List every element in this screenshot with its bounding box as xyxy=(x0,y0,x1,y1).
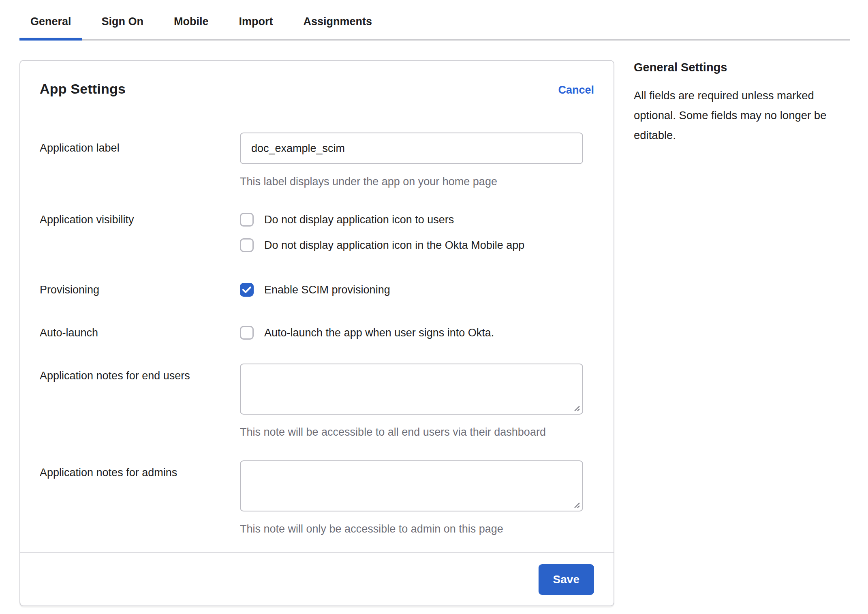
checkbox-hide-icon-users[interactable]: Do not display application icon to users xyxy=(240,212,583,227)
checkbox-label: Auto-launch the app when user signs into… xyxy=(264,325,494,340)
resize-handle-icon[interactable] xyxy=(573,501,580,509)
check-icon xyxy=(242,286,251,293)
general-settings-help-panel: General Settings All fields are required… xyxy=(634,60,850,145)
checkbox-unchecked-icon[interactable] xyxy=(240,238,254,252)
form-row-application-label: Application label This label displays un… xyxy=(40,133,594,188)
save-button[interactable]: Save xyxy=(539,564,594,595)
app-settings-card: App Settings Cancel Application label Th… xyxy=(19,60,614,606)
help-panel-description: All fields are required unless marked op… xyxy=(634,86,850,145)
tab-general[interactable]: General xyxy=(19,15,82,39)
form-row-application-visibility: Application visibility Do not display ap… xyxy=(40,212,594,252)
notes-end-users-textarea[interactable] xyxy=(240,364,583,415)
notes-admins-helper: This note will only be accessible to adm… xyxy=(240,522,583,535)
form-row-auto-launch: Auto-launch Auto-launch the app when use… xyxy=(40,325,594,340)
auto-launch-label: Auto-launch xyxy=(40,325,240,340)
card-header: App Settings Cancel xyxy=(20,61,614,97)
application-label-input[interactable] xyxy=(240,133,583,164)
help-panel-title: General Settings xyxy=(634,61,850,74)
checkbox-label: Do not display application icon to users xyxy=(264,212,454,227)
checkbox-unchecked-icon[interactable] xyxy=(240,326,254,340)
checkbox-auto-launch[interactable]: Auto-launch the app when user signs into… xyxy=(240,325,583,340)
checkbox-label: Enable SCIM provisioning xyxy=(264,282,390,297)
resize-handle-icon[interactable] xyxy=(573,404,580,412)
checkbox-label: Do not display application icon in the O… xyxy=(264,238,524,252)
checkbox-unchecked-icon[interactable] xyxy=(240,213,254,227)
tab-import[interactable]: Import xyxy=(228,15,284,39)
card-title: App Settings xyxy=(40,81,126,97)
notes-end-users-helper: This note will be accessible to all end … xyxy=(240,426,583,439)
checkbox-checked-icon[interactable] xyxy=(240,283,254,297)
card-footer: Save xyxy=(20,552,614,605)
tab-mobile[interactable]: Mobile xyxy=(163,15,220,39)
provisioning-label: Provisioning xyxy=(40,282,240,297)
checkbox-enable-scim[interactable]: Enable SCIM provisioning xyxy=(240,282,583,297)
application-label-label: Application label xyxy=(40,133,240,163)
application-label-helper: This label displays under the app on you… xyxy=(240,175,583,188)
notes-admins-textarea[interactable] xyxy=(240,460,583,511)
checkbox-hide-icon-mobile[interactable]: Do not display application icon in the O… xyxy=(240,238,583,252)
form-row-provisioning: Provisioning Enable SCIM provisioning xyxy=(40,282,594,297)
application-visibility-label: Application visibility xyxy=(40,212,240,227)
card-body: Application label This label displays un… xyxy=(20,133,614,535)
tab-bar: General Sign On Mobile Import Assignment… xyxy=(19,0,850,41)
tab-assignments[interactable]: Assignments xyxy=(293,15,383,39)
form-row-notes-end-users: Application notes for end users This not… xyxy=(40,364,594,439)
notes-admins-label: Application notes for admins xyxy=(40,460,240,481)
notes-end-users-label: Application notes for end users xyxy=(40,364,240,384)
form-row-notes-admins: Application notes for admins This note w… xyxy=(40,460,594,535)
cancel-link[interactable]: Cancel xyxy=(558,84,594,96)
tab-sign-on[interactable]: Sign On xyxy=(91,15,155,39)
page-content: App Settings Cancel Application label Th… xyxy=(0,41,868,606)
